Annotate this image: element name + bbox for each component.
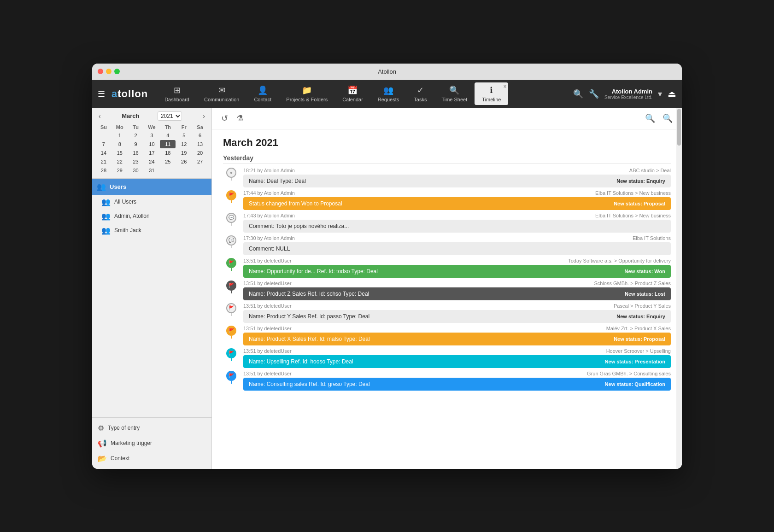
entry-card[interactable]: Name: Opportunity for de... Ref. Id: tod…	[243, 265, 671, 278]
cal-day[interactable]: 3	[144, 131, 160, 140]
cal-day[interactable]: 6	[192, 131, 208, 140]
sidebar-item-smith-jack[interactable]: 👥 Smith Jack	[92, 223, 211, 238]
nav-items: ⊞ Dashboard ✉ Communication 👤 Contact 📁 …	[157, 82, 573, 105]
filter-button[interactable]: ⚗	[235, 111, 246, 125]
cal-day[interactable]: 2	[128, 131, 144, 140]
users-header-icon: 👥	[97, 182, 106, 191]
cal-next-button[interactable]: ›	[200, 111, 208, 121]
timeline-line	[231, 268, 232, 271]
users-header[interactable]: 👥 Users	[92, 179, 211, 195]
logo-text-highlight: a	[111, 88, 117, 99]
settings-icon[interactable]: 🔧	[589, 89, 599, 99]
cal-day[interactable]: 25	[160, 158, 176, 166]
nav-projects-folders[interactable]: 📁 Projects & Folders	[279, 82, 335, 105]
zoom-in-button[interactable]: 🔍	[643, 111, 657, 125]
scrollbar[interactable]	[676, 108, 682, 469]
cal-day[interactable]: 10	[144, 140, 160, 148]
nav-requests[interactable]: 👥 Requests	[370, 82, 406, 105]
entry-card-text: Comment: NULL	[249, 246, 290, 252]
cal-day[interactable]: 26	[176, 158, 192, 166]
sidebar-item-admin-atollon[interactable]: 👥 Admin, Atollon	[92, 209, 211, 223]
sidebar-marketing-trigger[interactable]: 📢 Marketing trigger	[92, 436, 211, 451]
cal-day[interactable]: 4	[160, 131, 176, 140]
nav-calendar[interactable]: 📅 Calendar	[335, 82, 370, 105]
cal-day[interactable]: 22	[112, 158, 128, 166]
cal-day[interactable]: 17	[144, 149, 160, 157]
nav-communication[interactable]: ✉ Communication	[197, 82, 246, 105]
entry-card[interactable]: Name: Product Y Sales Ref. Id: passo Typ…	[243, 310, 671, 323]
logout-icon[interactable]: ⏏	[668, 88, 676, 99]
cal-day[interactable]: 20	[192, 149, 208, 157]
cal-day[interactable]: 21	[96, 158, 111, 166]
cal-day[interactable]: 30	[128, 166, 144, 175]
calendar-grid: Su Mo Tu We Th Fr Sa 1 2 3 4 5 6 7	[96, 123, 208, 175]
cal-day[interactable]: 12	[176, 140, 192, 148]
dot-icon: 🚩	[229, 260, 234, 265]
zoom-out-button[interactable]: 🔍	[661, 111, 674, 125]
entry-meta: 13:51 by deletedUser Malév Zrt. > Produc…	[243, 326, 671, 331]
sidebar-type-of-entry[interactable]: ⚙ Type of entry	[92, 421, 211, 436]
entry-card-text: Name: Product Y Sales Ref. Id: passo Typ…	[249, 313, 369, 320]
cal-day[interactable]: 5	[176, 131, 192, 140]
cal-day[interactable]: 19	[176, 149, 192, 157]
cal-day[interactable]: 7	[96, 140, 111, 148]
entry-card[interactable]: Comment: NULL	[243, 242, 671, 255]
cal-day[interactable]: 1	[112, 131, 128, 140]
nav-timesheet[interactable]: 🔍 Time Sheet	[434, 82, 475, 105]
cal-day[interactable]: 9	[128, 140, 144, 148]
cal-header-su: Su	[96, 123, 111, 131]
hamburger-icon[interactable]: ☰	[98, 89, 105, 99]
scrollbar-thumb[interactable]	[677, 109, 681, 146]
search-icon[interactable]: 🔍	[573, 89, 583, 99]
cal-day[interactable]: 15	[112, 149, 128, 157]
cal-day[interactable]: 27	[192, 158, 208, 166]
entry-card[interactable]: Name: Product Z Sales Ref. Id: schso Typ…	[243, 287, 671, 300]
entry-card-text: Name: Opportunity for de... Ref. Id: tod…	[249, 268, 378, 275]
entry-card[interactable]: Name: Consulting sales Ref. Id: greso Ty…	[243, 378, 671, 391]
cal-day[interactable]: 16	[128, 149, 144, 157]
cal-day[interactable]	[96, 131, 111, 140]
cal-day[interactable]: 23	[128, 158, 144, 166]
sidebar-context[interactable]: 📂 Context	[92, 451, 211, 466]
entry-time: 18:21 by Atollon Admin	[243, 168, 295, 173]
timeline-dot-col: 🚩	[223, 326, 240, 336]
entry-card-status: New status: Won	[625, 269, 665, 274]
cal-day[interactable]: 18	[160, 149, 176, 157]
cal-day[interactable]: 28	[96, 166, 111, 175]
cal-day[interactable]: 29	[112, 166, 128, 175]
nav-contact[interactable]: 👤 Contact	[246, 82, 279, 105]
sidebar-item-all-users[interactable]: 👥 All Users	[92, 195, 211, 209]
timeline-month-title: March 2021	[223, 137, 671, 149]
users-section: 👥 Users 👥 All Users 👥 Admin, Atollon 👥 S…	[92, 179, 211, 417]
cal-header-th: Th	[160, 123, 176, 131]
user-dropdown-icon[interactable]: ▾	[658, 89, 662, 99]
entry-card[interactable]: Name: Deal Type: Deal New status: Enquir…	[243, 175, 671, 187]
close-button[interactable]	[98, 69, 103, 74]
nav-contact-label: Contact	[254, 97, 271, 102]
cal-prev-button[interactable]: ‹	[96, 111, 104, 121]
refresh-button[interactable]: ↺	[219, 111, 230, 125]
timeline-dot-gray: 💬	[226, 235, 236, 246]
cal-header-sa: Sa	[192, 123, 208, 131]
entry-card[interactable]: Name: Product X Sales Ref. Id: malso Typ…	[243, 333, 671, 345]
entry-card[interactable]: Comment: Toto je popis nového realiza...	[243, 220, 671, 233]
cal-day[interactable]: 14	[96, 149, 111, 157]
nav-tasks[interactable]: ✓ Tasks	[406, 82, 434, 105]
entry-card[interactable]: Name: Upselling Ref. Id: hooso Type: Dea…	[243, 355, 671, 368]
cal-year-select[interactable]: 2021	[158, 111, 182, 121]
entry-meta: 17:30 by Atollon Admin Elba IT Solutions	[243, 235, 671, 241]
entry-card-status: New status: Lost	[625, 291, 665, 297]
cal-day[interactable]: 24	[144, 158, 160, 166]
maximize-button[interactable]	[114, 69, 120, 74]
cal-day[interactable]: 31	[144, 166, 160, 175]
timeline-content: March 2021 Yesterday ● 18:21	[212, 129, 682, 469]
admin-atollon-label: Admin, Atollon	[114, 213, 150, 219]
minimize-button[interactable]	[106, 69, 111, 74]
nav-dashboard[interactable]: ⊞ Dashboard	[157, 82, 197, 105]
cal-day[interactable]: 8	[112, 140, 128, 148]
cal-day-today[interactable]: 11	[160, 140, 176, 148]
cal-day[interactable]: 13	[192, 140, 208, 148]
entry-card[interactable]: Status changed from Won to Proposal New …	[243, 197, 671, 210]
entry-card-text: Name: Upselling Ref. Id: hooso Type: Dea…	[249, 358, 353, 365]
nav-timeline[interactable]: ℹ Timeline	[475, 82, 508, 105]
